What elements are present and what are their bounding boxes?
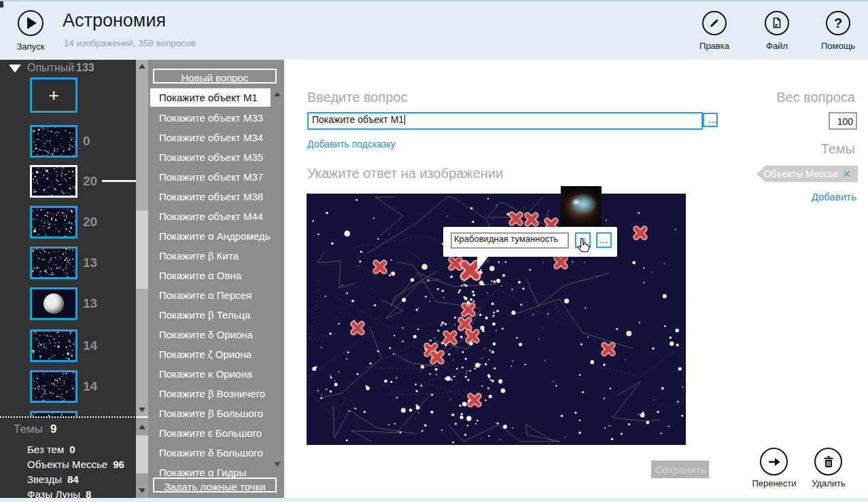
text-caret — [404, 115, 405, 125]
file-label: Файл — [750, 41, 804, 51]
map-marker[interactable] — [553, 255, 568, 270]
scrollbar-thumb[interactable] — [136, 211, 148, 289]
weight-heading: Вес вопроса — [776, 90, 855, 105]
map-marker[interactable] — [508, 211, 523, 226]
map-marker[interactable] — [467, 393, 482, 408]
delete-label: Удалить — [804, 478, 853, 488]
scroll-up-icon[interactable] — [139, 425, 145, 429]
false-points-button[interactable]: Задать ложные точки — [153, 478, 277, 492]
help-icon: ? — [834, 16, 842, 30]
image-thumbnail[interactable] — [30, 329, 77, 362]
help-button[interactable]: ? — [826, 11, 850, 35]
close-icon[interactable]: ✕ — [843, 168, 851, 179]
question-item[interactable]: Покажите α Овна — [150, 266, 271, 285]
page-subtitle: 14 изображений, 358 вопросов — [64, 38, 196, 48]
topic-tag[interactable]: Объекты Мессье✕ — [757, 166, 858, 182]
question-item[interactable]: Покажите β Тельца — [150, 305, 271, 325]
question-item[interactable]: Покажите α Андромеды — [150, 226, 271, 246]
scroll-down-icon[interactable] — [139, 408, 145, 412]
scrollbar-thumb[interactable] — [136, 435, 148, 473]
file-button[interactable] — [765, 11, 789, 35]
edit-label: Правка — [687, 41, 742, 51]
thumbnail-question-count: 0 — [83, 134, 90, 149]
bottom-strip — [0, 498, 868, 502]
topics-scrollbar[interactable] — [136, 418, 148, 498]
question-item[interactable]: Покажите ε Большого — [150, 423, 271, 443]
map-marker[interactable] — [461, 302, 476, 317]
nebula-thumbnail — [561, 186, 602, 226]
new-question-button[interactable]: Новый вопрос — [153, 69, 277, 84]
image-thumbnail[interactable] — [30, 287, 77, 320]
question-item[interactable]: Покажите объект M44 — [150, 207, 271, 226]
add-image-tile[interactable]: + — [30, 77, 77, 113]
map-marker[interactable] — [465, 329, 480, 344]
topic-filter-item[interactable]: Звезды84 — [27, 473, 79, 485]
image-thumbnail[interactable] — [30, 125, 77, 158]
question-item[interactable]: Покажите ζ Ориона — [150, 344, 271, 364]
answer-heading: Укажите ответ на изображении — [307, 166, 503, 181]
topic-filter-item[interactable]: Объекты Мессье96 — [27, 459, 124, 470]
topics-count: 9 — [50, 423, 56, 436]
thumbnail-question-count: 14 — [83, 338, 97, 353]
map-marker[interactable] — [350, 321, 365, 336]
answer-tooltip: Крабовидная туманность ... — [443, 227, 617, 257]
sidebar-divider — [0, 416, 148, 418]
question-item[interactable]: Покажите объект M37 — [150, 167, 271, 187]
pencil-icon — [708, 16, 721, 30]
answer-more-button[interactable]: ... — [596, 232, 612, 248]
page-title: Астрономия — [63, 10, 166, 31]
launch-button[interactable] — [18, 10, 44, 36]
map-marker[interactable] — [633, 226, 648, 240]
add-hint-link[interactable]: Добавить подсказку — [307, 139, 396, 149]
question-item[interactable]: Покажите β Большого — [150, 404, 271, 423]
map-marker[interactable] — [430, 350, 445, 365]
map-marker[interactable] — [442, 330, 457, 345]
answer-name-input[interactable]: Крабовидная туманность — [451, 232, 569, 249]
question-item[interactable]: Покажите δ Ориона — [150, 325, 271, 344]
sidebar: Опытный 133 +0202013131414 Темы 9 Без те… — [0, 60, 136, 498]
topics-heading: Темы — [821, 141, 855, 157]
question-item[interactable]: Покажите объект M1 — [150, 88, 271, 107]
image-thumbnail[interactable] — [30, 370, 77, 403]
question-item[interactable]: Покажите β Кита — [150, 246, 271, 266]
weight-input[interactable] — [829, 112, 857, 130]
thumbnail-scrollbar[interactable] — [136, 60, 148, 416]
map-marker[interactable] — [524, 212, 539, 227]
image-thumbnail[interactable] — [30, 165, 77, 198]
image-thumbnail[interactable] — [30, 247, 77, 279]
question-more-button[interactable]: ... — [703, 113, 718, 127]
save-button[interactable]: Сохранить — [651, 461, 709, 478]
delete-button[interactable] — [814, 448, 842, 476]
thumbnail-question-count: 13 — [83, 255, 97, 270]
scroll-up-icon[interactable] — [139, 64, 145, 69]
scroll-down-icon[interactable] — [139, 488, 145, 493]
question-input[interactable]: Покажите объект M1 — [307, 112, 703, 130]
question-item[interactable]: Покажите δ Большого — [150, 443, 271, 463]
question-item[interactable]: Покажите κ Ориона — [150, 364, 271, 384]
question-item[interactable]: Покажите объект M38 — [150, 187, 271, 207]
question-item[interactable]: Покажите объект M33 — [150, 108, 271, 128]
question-heading: Введите вопрос — [307, 90, 407, 105]
scroll-up-icon[interactable] — [274, 92, 281, 96]
question-item[interactable]: Покажите β Возничего — [150, 384, 271, 404]
image-thumbnail[interactable] — [30, 206, 77, 238]
question-list: Новый вопрос Покажите объект M1Покажите … — [148, 60, 284, 498]
image-icon — [580, 236, 585, 245]
map-marker[interactable] — [601, 342, 616, 357]
topic-filter-item[interactable]: Без тем0 — [27, 444, 75, 455]
header: Запуск Астрономия 14 изображений, 358 во… — [0, 0, 868, 60]
scroll-down-icon[interactable] — [274, 462, 281, 467]
edit-button[interactable] — [702, 11, 727, 35]
map-marker[interactable] — [372, 259, 387, 274]
file-icon — [770, 16, 784, 30]
move-button[interactable] — [760, 448, 788, 476]
add-topic-link[interactable]: Добавить — [812, 191, 856, 202]
selected-thumbnail-indicator — [102, 180, 136, 182]
question-item[interactable]: Покажите объект M34 — [150, 128, 271, 147]
trash-icon — [822, 455, 835, 469]
question-item[interactable]: Покажите объект M35 — [150, 147, 271, 167]
question-item[interactable]: Покажите α Персея — [150, 285, 271, 305]
answer-image-button[interactable] — [575, 232, 591, 248]
thumbnail-question-count: 13 — [83, 296, 97, 311]
image-thumbnail[interactable] — [30, 411, 77, 416]
